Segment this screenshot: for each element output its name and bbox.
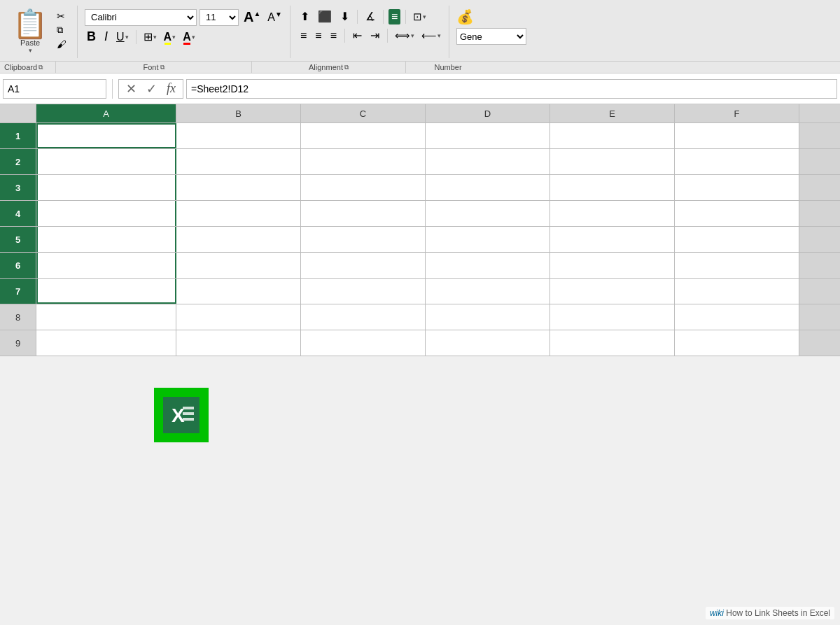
- cell-e7[interactable]: [550, 279, 675, 304]
- cell-b5[interactable]: [176, 227, 301, 252]
- formula-input[interactable]: [186, 79, 837, 99]
- cell-d5[interactable]: [426, 227, 550, 252]
- cell-f2[interactable]: [675, 149, 799, 174]
- col-header-d[interactable]: D: [426, 104, 550, 122]
- clipboard-expand-icon[interactable]: ⧉: [38, 64, 43, 71]
- underline-button[interactable]: U ▾: [114, 30, 131, 44]
- bold-button[interactable]: B: [85, 29, 98, 45]
- cell-b2[interactable]: [176, 149, 301, 174]
- cut-button[interactable]: ✂: [55, 10, 69, 22]
- cell-b1[interactable]: [176, 123, 301, 148]
- cell-e1[interactable]: [550, 123, 675, 148]
- cell-d9[interactable]: [426, 330, 550, 356]
- cell-a6[interactable]: [36, 253, 176, 278]
- cell-f4[interactable]: [675, 201, 799, 226]
- decrease-indent-button[interactable]: ⇤: [350, 27, 365, 43]
- col-header-f[interactable]: F: [675, 104, 799, 122]
- col-header-c[interactable]: C: [301, 104, 426, 122]
- top-align-button[interactable]: ⬆: [298, 8, 312, 24]
- cell-e9[interactable]: [550, 330, 675, 356]
- name-box[interactable]: [3, 79, 106, 99]
- cell-d3[interactable]: [426, 175, 550, 200]
- italic-button[interactable]: I: [101, 29, 111, 45]
- cell-f3[interactable]: [675, 175, 799, 200]
- font-size-select[interactable]: 11: [200, 9, 239, 26]
- cell-b9[interactable]: [176, 330, 301, 356]
- number-format-select[interactable]: Gene: [456, 28, 526, 45]
- cell-c8[interactable]: [301, 304, 426, 330]
- copy-button[interactable]: ⧉: [55, 24, 69, 36]
- cell-b6[interactable]: [176, 253, 301, 278]
- watermark-text: How to Link Sheets in Excel: [726, 608, 830, 618]
- align-expand-icon[interactable]: ⧉: [344, 64, 349, 71]
- left-align-button[interactable]: ≡: [298, 28, 309, 43]
- cell-e8[interactable]: [550, 304, 675, 330]
- cell-f8[interactable]: [675, 304, 799, 330]
- row-num-7: 7: [0, 279, 36, 304]
- cell-a2[interactable]: [36, 149, 176, 174]
- indent-more-button[interactable]: ⟺ ▾: [393, 29, 416, 43]
- border-button[interactable]: ⊞ ▾: [141, 29, 159, 44]
- cell-d1[interactable]: [426, 123, 550, 148]
- increase-indent-button[interactable]: ⇥: [368, 27, 382, 43]
- cell-b8[interactable]: [176, 304, 301, 330]
- cell-d6[interactable]: [426, 253, 550, 278]
- cell-d8[interactable]: [426, 304, 550, 330]
- cell-f1[interactable]: [675, 123, 799, 148]
- function-wizard-button[interactable]: fx: [162, 80, 180, 97]
- cell-e5[interactable]: [550, 227, 675, 252]
- font-shrink-button[interactable]: A▼: [265, 10, 284, 24]
- cell-b7[interactable]: [176, 279, 301, 304]
- font-grow-button[interactable]: A▲: [241, 8, 262, 26]
- wrap-text-button[interactable]: ≡: [388, 9, 400, 24]
- cell-c3[interactable]: [301, 175, 426, 200]
- expand-button[interactable]: ⟵ ▾: [419, 29, 443, 43]
- merge-center-button[interactable]: ⊡ ▾: [411, 10, 428, 24]
- cell-f6[interactable]: [675, 253, 799, 278]
- accounting-icon[interactable]: 💰: [456, 8, 474, 25]
- cell-f5[interactable]: [675, 227, 799, 252]
- cell-a9[interactable]: [36, 330, 176, 356]
- cell-c2[interactable]: [301, 149, 426, 174]
- format-painter-button[interactable]: 🖌: [55, 38, 69, 50]
- cell-e6[interactable]: [550, 253, 675, 278]
- font-color-button[interactable]: A ▾: [181, 30, 197, 44]
- formula-cancel-button[interactable]: ✕: [122, 80, 141, 98]
- cell-e2[interactable]: [550, 149, 675, 174]
- middle-align-button[interactable]: ⬛: [315, 8, 335, 24]
- cell-d4[interactable]: [426, 201, 550, 226]
- col-header-a[interactable]: A: [36, 104, 176, 122]
- cell-c6[interactable]: [301, 253, 426, 278]
- right-align-button[interactable]: ≡: [328, 28, 340, 43]
- clipboard-top: 📋 Paste ▾ ✂ ⧉ 🖌: [8, 8, 69, 55]
- cell-a1[interactable]: [36, 123, 176, 148]
- cell-c7[interactable]: [301, 279, 426, 304]
- cell-c5[interactable]: [301, 227, 426, 252]
- cell-a8[interactable]: [36, 304, 176, 330]
- cell-d2[interactable]: [426, 149, 550, 174]
- cell-c9[interactable]: [301, 330, 426, 356]
- formula-confirm-button[interactable]: ✓: [142, 80, 161, 98]
- cell-a3[interactable]: [36, 175, 176, 200]
- col-header-e[interactable]: E: [550, 104, 675, 122]
- cell-a5[interactable]: [36, 227, 176, 252]
- cell-a7[interactable]: [36, 279, 176, 304]
- paste-button[interactable]: 📋 Paste ▾: [8, 8, 52, 55]
- center-align-button[interactable]: ≡: [312, 28, 324, 43]
- bottom-align-button[interactable]: ⬇: [337, 8, 352, 24]
- cell-c4[interactable]: [301, 201, 426, 226]
- cell-c1[interactable]: [301, 123, 426, 148]
- cell-e4[interactable]: [550, 201, 675, 226]
- col-header-b[interactable]: B: [176, 104, 301, 122]
- cell-d7[interactable]: [426, 279, 550, 304]
- cell-b4[interactable]: [176, 201, 301, 226]
- cell-f7[interactable]: [675, 279, 799, 304]
- cell-f9[interactable]: [675, 330, 799, 356]
- font-name-select[interactable]: Calibri: [85, 9, 197, 26]
- cell-a4[interactable]: [36, 201, 176, 226]
- fill-color-button[interactable]: A ▾: [162, 30, 178, 44]
- font-expand-icon[interactable]: ⧉: [160, 64, 164, 71]
- cell-b3[interactable]: [176, 175, 301, 200]
- cell-e3[interactable]: [550, 175, 675, 200]
- angle-text-button[interactable]: ∡: [363, 8, 378, 24]
